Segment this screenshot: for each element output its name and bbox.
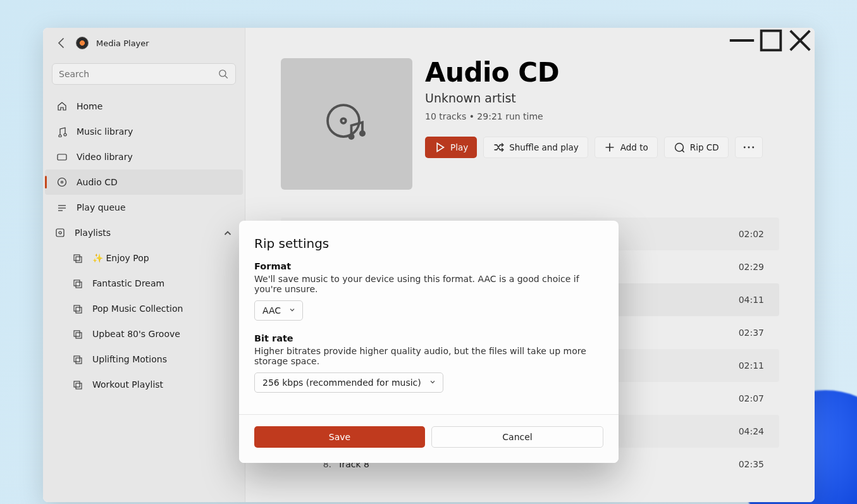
music-icon [56,126,68,137]
track-duration: 02:35 [739,459,764,469]
select-value: AAC [262,305,281,316]
minimize-button[interactable] [727,28,756,53]
svg-rect-22 [74,356,80,362]
playlist-item[interactable]: Uplifting Motions [43,347,245,372]
track-duration: 02:37 [739,328,764,338]
play-button[interactable]: Play [425,137,477,158]
nav-video[interactable]: Video library [45,144,243,169]
svg-point-26 [328,105,359,137]
bitrate-label: Bit rate [254,333,603,343]
maximize-button[interactable] [756,28,786,53]
play-icon [434,142,445,153]
close-button[interactable] [786,28,815,53]
playlists-icon [54,227,66,238]
svg-rect-14 [74,255,80,261]
bitrate-select[interactable]: 256 kbps (recommended for music) [254,372,443,393]
svg-rect-23 [76,358,82,364]
track-duration: 02:07 [739,393,764,403]
select-value: 256 kbps (recommended for music) [262,378,421,388]
playlist-icon [72,303,83,314]
playlist-label: Upbeat 80's Groove [92,329,180,339]
video-icon [56,151,68,163]
chevron-down-icon [429,378,436,388]
nav-music[interactable]: Music library [45,119,243,144]
svg-rect-17 [76,282,82,288]
svg-rect-21 [76,333,82,338]
button-label: Rip CD [690,142,719,152]
svg-point-4 [219,70,226,77]
home-icon [56,101,68,112]
search-box[interactable] [52,63,236,85]
svg-point-7 [58,178,66,187]
svg-rect-6 [58,154,66,160]
button-label: Play [450,142,468,152]
chevron-up-icon [222,227,233,238]
svg-rect-25 [76,383,82,389]
rip-settings-dialog: Rip settings Format We'll save music to … [239,221,619,463]
svg-rect-16 [74,280,80,286]
button-label: Cancel [502,432,532,442]
save-button[interactable]: Save [254,426,425,448]
nav-audio-cd[interactable]: Audio CD [45,169,243,195]
svg-point-29 [359,130,366,137]
playlist-item[interactable]: ✨ Enjoy Pop [43,245,245,271]
nav-play-queue[interactable]: Play queue [45,195,243,220]
back-button[interactable] [56,37,68,49]
track-duration: 04:11 [739,295,764,305]
playlist-item[interactable]: Upbeat 80's Groove [43,321,245,347]
chevron-down-icon [288,305,296,316]
playlist-item[interactable]: Fantastic Dream [43,271,245,296]
svg-rect-24 [74,381,80,387]
svg-rect-20 [74,331,80,336]
album-title: Audio CD [425,58,763,87]
rip-cd-button[interactable]: Rip CD [664,137,729,158]
playlist-label: Pop Music Collection [92,304,183,314]
playlist-item[interactable]: Workout Playlist [43,372,245,397]
add-to-button[interactable]: Add to [595,137,658,158]
search-input[interactable] [59,69,218,79]
nav-label: Video library [77,152,133,162]
album-stats: 10 tracks • 29:21 run time [425,111,763,121]
svg-rect-19 [76,307,82,313]
search-icon [218,68,229,80]
svg-rect-18 [74,305,80,311]
plus-icon [604,142,615,153]
track-duration: 04:24 [739,426,764,436]
svg-point-8 [61,181,63,183]
nav-playlists[interactable]: Playlists [43,220,245,245]
svg-line-5 [225,76,228,78]
shuffle-button[interactable]: Shuffle and play [483,137,588,158]
track-duration: 02:02 [739,229,764,239]
format-select[interactable]: AAC [254,300,303,321]
nav-home[interactable]: Home [45,94,243,119]
playlist-label: ✨ Enjoy Pop [92,253,149,263]
nav-label: Home [77,101,102,111]
cd-icon [56,176,68,188]
track-duration: 02:29 [739,262,764,272]
playlist-icon [72,353,83,365]
svg-rect-15 [76,257,82,262]
album-artist: Unknown artist [425,91,763,105]
playlist-icon [72,278,83,289]
playlist-label: Workout Playlist [92,379,163,390]
svg-point-33 [743,147,745,149]
button-label: Save [329,432,350,442]
svg-point-13 [59,231,61,234]
playlist-item[interactable]: Pop Music Collection [43,296,245,321]
app-icon [76,37,89,49]
bitrate-description: Higher bitrates provide higher quality a… [254,346,603,366]
playlist-icon [72,379,83,390]
shuffle-icon [493,142,504,153]
button-label: Add to [620,142,648,152]
queue-icon [56,202,68,213]
playlist-label: Uplifting Motions [92,354,167,364]
more-button[interactable] [735,137,763,158]
format-label: Format [254,261,603,271]
nav-label: Playlists [75,228,111,238]
playlist-icon [72,252,83,264]
sidebar: Media Player Home Music library [43,28,245,502]
rip-icon [674,142,685,153]
svg-point-34 [748,147,749,149]
playlist-icon [72,328,83,340]
cancel-button[interactable]: Cancel [431,426,603,448]
